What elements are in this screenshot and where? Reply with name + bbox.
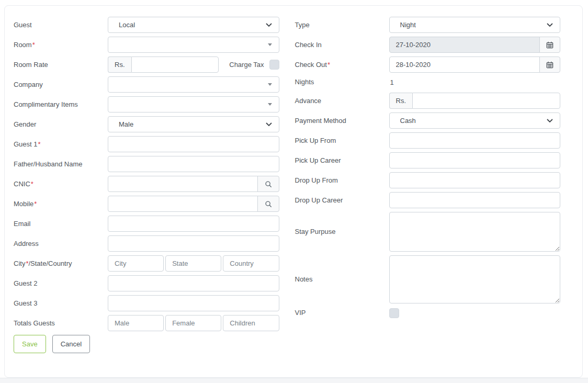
chevron-down-icon xyxy=(266,122,272,126)
field-row-check-out: Check Out* xyxy=(295,57,561,73)
mobile-search-button[interactable] xyxy=(257,196,279,212)
vip-label-text: VIP xyxy=(295,309,306,317)
room-rate-input-group: Rs. xyxy=(108,57,219,73)
notes-textarea[interactable] xyxy=(389,255,561,303)
search-icon xyxy=(265,200,272,208)
pick-up-career-label-text: Pick Up Career xyxy=(295,156,341,164)
gender-select[interactable]: Male xyxy=(108,116,279,132)
stay-purpuse-textarea[interactable] xyxy=(389,212,561,252)
payment-method-select[interactable]: Cash xyxy=(389,112,561,129)
charge-tax-checkbox[interactable] xyxy=(269,60,279,70)
check-out-input[interactable] xyxy=(389,57,540,73)
email-input[interactable] xyxy=(108,216,279,232)
drop-up-from-input[interactable] xyxy=(389,172,561,188)
guest3-input[interactable] xyxy=(108,295,279,311)
cnic-search-button[interactable] xyxy=(257,176,279,192)
save-button[interactable]: Save xyxy=(14,335,46,353)
state-country-label-text: /State/Country xyxy=(28,260,72,267)
city-input[interactable] xyxy=(108,255,164,272)
check-out-input-group xyxy=(389,57,561,73)
address-input[interactable] xyxy=(108,235,279,252)
field-row-check-in: Check In xyxy=(295,37,561,53)
field-row-address: Address xyxy=(14,235,279,252)
cnic-label-text: CNIC xyxy=(14,180,30,188)
mobile-label: Mobile* xyxy=(14,200,108,208)
guest-label-text: Guest xyxy=(14,21,32,29)
room-rate-label: Room Rate xyxy=(14,61,108,69)
check-in-input-group xyxy=(389,37,561,53)
company-select[interactable] xyxy=(108,76,279,93)
field-row-notes: Notes xyxy=(295,255,561,303)
field-row-father-husband-name: Father/Husband Name xyxy=(14,156,279,172)
guest-select[interactable]: Local xyxy=(108,17,279,33)
mobile-input-group xyxy=(108,196,279,212)
required-asterisk: * xyxy=(31,180,33,188)
check-in-calendar-button[interactable] xyxy=(539,37,560,53)
total-male-input[interactable] xyxy=(108,315,164,331)
type-select[interactable]: Night xyxy=(389,17,561,33)
father-husband-name-label: Father/Husband Name xyxy=(14,160,108,168)
room-label: Room* xyxy=(14,41,108,49)
room-select[interactable] xyxy=(108,37,279,53)
company-label: Company xyxy=(14,81,108,89)
caret-down-icon xyxy=(268,83,272,86)
check-in-input[interactable] xyxy=(389,37,540,53)
field-row-payment-method: Payment Method Cash xyxy=(295,112,561,129)
father-husband-name-input[interactable] xyxy=(108,156,279,172)
currency-prefix: Rs. xyxy=(389,93,413,109)
field-row-drop-up-career: Drop Up Career xyxy=(295,192,561,208)
drop-up-career-label-text: Drop Up Career xyxy=(295,196,343,204)
required-asterisk: * xyxy=(32,41,35,49)
guest1-input[interactable] xyxy=(108,136,279,152)
mobile-input[interactable] xyxy=(108,196,258,212)
field-row-guest3: Guest 3 xyxy=(14,295,279,311)
reservation-form-card: Guest Local Room* xyxy=(4,5,583,378)
cnic-input[interactable] xyxy=(108,176,258,192)
required-asterisk: * xyxy=(34,200,37,208)
advance-label: Advance xyxy=(295,97,389,105)
advance-input[interactable] xyxy=(412,93,560,109)
type-label: Type xyxy=(295,21,389,29)
vip-checkbox[interactable] xyxy=(389,308,399,318)
field-row-nights: Nights 1 xyxy=(295,76,561,88)
total-children-input[interactable] xyxy=(223,315,279,331)
check-in-label-text: Check In xyxy=(295,41,322,49)
nights-value: 1 xyxy=(389,78,394,86)
drop-up-from-label-text: Drop Up From xyxy=(295,176,338,184)
country-input[interactable] xyxy=(223,255,279,272)
room-rate-input[interactable] xyxy=(131,57,219,73)
advance-input-group: Rs. xyxy=(389,93,561,109)
calendar-icon xyxy=(546,61,553,69)
pick-up-from-input[interactable] xyxy=(389,132,561,149)
notes-label: Notes xyxy=(295,275,389,284)
field-row-guest2: Guest 2 xyxy=(14,275,279,291)
total-female-input[interactable] xyxy=(165,315,221,331)
complimentary-items-label-text: Complimentary Items xyxy=(14,100,78,108)
vip-label: VIP xyxy=(295,309,389,317)
field-row-pick-up-from: Pick Up From xyxy=(295,132,561,149)
guest1-label: Guest 1* xyxy=(14,140,108,149)
field-row-type: Type Night xyxy=(295,17,561,33)
cancel-button[interactable]: Cancel xyxy=(52,335,90,353)
guest3-label: Guest 3 xyxy=(14,299,108,308)
field-row-stay-purpuse: Stay Purpuse xyxy=(295,212,561,252)
field-row-room-rate: Room Rate Rs. Charge Tax xyxy=(14,57,279,73)
address-label-text: Address xyxy=(14,240,39,247)
field-row-guest1: Guest 1* xyxy=(14,136,279,152)
drop-up-career-input[interactable] xyxy=(389,192,561,208)
email-label: Email xyxy=(14,220,108,228)
right-column: Type Night Check In xyxy=(295,17,561,353)
guest2-input[interactable] xyxy=(108,275,279,291)
address-label: Address xyxy=(14,240,108,248)
calendar-icon xyxy=(546,41,553,49)
complimentary-items-select[interactable] xyxy=(108,96,279,112)
state-input[interactable] xyxy=(165,255,221,272)
field-row-company: Company xyxy=(14,76,279,93)
guest-select-value: Local xyxy=(119,21,135,29)
type-select-value: Night xyxy=(400,21,416,29)
check-out-calendar-button[interactable] xyxy=(539,57,560,73)
pick-up-from-label: Pick Up From xyxy=(295,137,389,145)
field-row-email: Email xyxy=(14,216,279,232)
pick-up-career-input[interactable] xyxy=(389,152,561,168)
father-husband-name-label-text: Father/Husband Name xyxy=(14,160,83,168)
